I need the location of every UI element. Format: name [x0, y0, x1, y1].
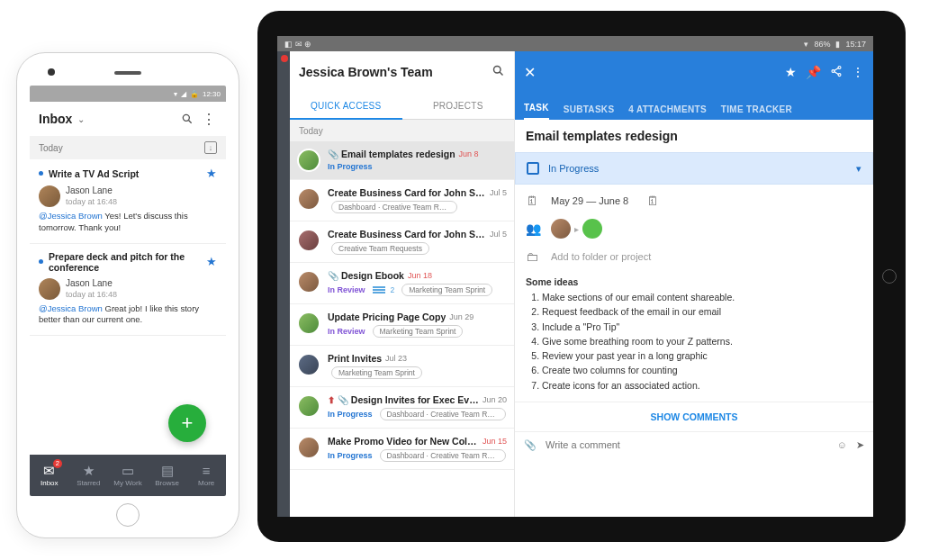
folder-row[interactable]: 🗀 Add to folder or project: [515, 248, 873, 273]
search-icon[interactable]: [492, 64, 505, 80]
pin-icon[interactable]: 📌: [806, 65, 821, 79]
svg-point-2: [494, 67, 501, 74]
task-date: Jun 15: [483, 437, 507, 446]
emoji-icon[interactable]: ☺: [837, 439, 847, 450]
task-row[interactable]: Create Business Card for John SmithJul 5…: [290, 221, 514, 263]
folder-pill[interactable]: Marketing Team Sprint: [331, 366, 422, 379]
task-row[interactable]: Update Pricing Page CopyJun 29In ReviewM…: [290, 304, 514, 346]
more-vert-icon[interactable]: ⋮: [852, 65, 864, 79]
avatar: [297, 394, 320, 418]
idea-item: Review your past year in a long graphic: [542, 348, 862, 363]
task-row[interactable]: Print InvitesJul 23Marketing Team Sprint: [290, 346, 514, 387]
task-row[interactable]: 📎 Email templates redesignJun 8In Progre…: [290, 141, 514, 180]
task-title[interactable]: Email templates redesign: [515, 120, 873, 152]
star-icon[interactable]: ★: [785, 65, 797, 79]
task-status: In Review: [328, 285, 365, 294]
dropdown-icon[interactable]: ⌄: [77, 114, 85, 124]
nav-starred[interactable]: ★ Starred: [69, 455, 109, 496]
phone-home-button[interactable]: [116, 503, 140, 527]
status-time: 12:30: [203, 90, 221, 98]
phone-inbox-list[interactable]: Write a TV Ad Script ★ Jason Lane today …: [30, 159, 226, 455]
avatar[interactable]: [582, 219, 602, 239]
tab-quick-access[interactable]: QUICK ACCESS: [290, 93, 402, 120]
folder-pill[interactable]: Dashboard · Creative Team Requ…: [380, 408, 506, 420]
idea-item: Make sections of our email content share…: [542, 290, 862, 304]
notification-badge: [281, 55, 288, 62]
assignees-row[interactable]: 👥 ▸: [515, 217, 873, 248]
task-status: In Progress: [328, 410, 373, 419]
folder-pill[interactable]: Dashboard · Creative Team Requests: [331, 201, 457, 213]
today-section-header: Today: [290, 120, 514, 141]
signal-icon: ◢: [181, 90, 186, 98]
paperclip-icon: 📎: [338, 395, 348, 405]
tablet-status-bar: ◧ ✉ ⊕ ▾ 86% ▮ 15:17: [277, 36, 873, 51]
svg-line-8: [834, 71, 839, 74]
tablet-home-button[interactable]: [882, 269, 897, 284]
task-description[interactable]: Some ideas Make sections of our email co…: [515, 273, 873, 402]
task-row[interactable]: 📎 Design EbookJun 18In Review2Marketing …: [290, 263, 514, 304]
svg-point-0: [183, 114, 189, 121]
detail-tab-task[interactable]: TASK: [524, 103, 549, 120]
nav-more[interactable]: ≡ More: [186, 455, 226, 496]
task-detail-panel: ✕ ★ 📌 ⋮ TASK SUBTASKS 4 ATTACHMENTS TIME…: [515, 51, 873, 517]
close-icon[interactable]: ✕: [524, 64, 536, 81]
battery-icon: ▮: [835, 40, 840, 49]
calendar-plus-icon[interactable]: 🗓: [646, 194, 663, 208]
show-comments-button[interactable]: SHOW COMMENTS: [515, 402, 873, 432]
fab-add-button[interactable]: +: [168, 404, 206, 442]
ideas-header: Some ideas: [526, 276, 862, 287]
inbox-title[interactable]: Inbox: [39, 112, 72, 126]
mini-sidebar[interactable]: [277, 51, 290, 517]
idea-item: Include a "Pro Tip": [542, 320, 862, 334]
search-icon[interactable]: [179, 111, 195, 127]
task-row[interactable]: Create Business Card for John SmithJul 5…: [290, 180, 514, 221]
nav-browse[interactable]: ▤ Browse: [148, 455, 187, 496]
task-list[interactable]: 📎 Email templates redesignJun 8In Progre…: [290, 141, 514, 517]
task-row[interactable]: Make Promo Video for New CollectionJun 1…: [290, 429, 514, 470]
attach-icon[interactable]: 📎: [524, 439, 537, 451]
task-status: In Progress: [328, 451, 373, 460]
archive-icon[interactable]: ↓: [204, 141, 217, 154]
folder-pill[interactable]: Dashboard · Creative Team Requ…: [380, 449, 506, 462]
share-icon[interactable]: [830, 65, 843, 80]
folder-pill[interactable]: Marketing Team Sprint: [373, 325, 464, 338]
send-icon[interactable]: ➤: [856, 439, 864, 451]
svg-line-3: [500, 72, 502, 75]
checkbox-icon[interactable]: [527, 162, 539, 175]
avatar: [297, 436, 320, 459]
detail-tab-subtasks[interactable]: SUBTASKS: [564, 104, 615, 120]
inbox-badge: 2: [53, 459, 62, 468]
task-title: Create Business Card for John Smith: [328, 187, 486, 198]
comment-input[interactable]: [546, 439, 828, 450]
dates-row[interactable]: 🗓 May 29 — June 8 🗓: [515, 185, 873, 217]
detail-tab-attachments[interactable]: 4 ATTACHMENTS: [628, 104, 707, 120]
avatar[interactable]: [551, 219, 571, 239]
folder-pill[interactable]: Creative Team Requests: [331, 242, 429, 255]
paperclip-icon: 📎: [328, 149, 338, 159]
task-title: Update Pricing Page Copy: [328, 312, 446, 322]
phone-screen: ▾ ◢ 🔒 12:30 Inbox ⌄ ⋮ Today ↓ Write a TV…: [30, 86, 226, 496]
nav-inbox[interactable]: ✉ 2 Inbox: [30, 455, 69, 496]
list-tabs: QUICK ACCESS PROJECTS: [290, 93, 514, 120]
unread-dot-icon: [39, 171, 43, 176]
wifi-icon: ▾: [804, 40, 808, 49]
task-row[interactable]: ⬆ 📎 Design Invites for Exec EventJun 20I…: [290, 387, 514, 429]
star-icon[interactable]: ★: [206, 167, 217, 180]
status-dropdown[interactable]: In Progress ▾: [515, 152, 873, 185]
more-vert-icon[interactable]: ⋮: [201, 111, 217, 127]
assignees: ▸: [551, 219, 602, 239]
tab-projects[interactable]: PROJECTS: [402, 93, 515, 119]
inbox-item[interactable]: Prepare deck and pitch for the conferenc…: [30, 244, 226, 337]
inbox-item[interactable]: Write a TV Ad Script ★ Jason Lane today …: [30, 159, 226, 244]
status-time: 15:17: [845, 40, 866, 49]
task-status: In Review: [328, 327, 365, 336]
detail-tab-timetracker[interactable]: TIME TRACKER: [721, 104, 792, 120]
folder-pill[interactable]: Marketing Team Sprint: [401, 284, 492, 296]
task-title: 📎 Email templates redesign: [328, 149, 455, 159]
mail-sys-icon: ◧ ✉ ⊕: [284, 40, 311, 49]
briefcase-icon: ▭: [122, 464, 134, 477]
nav-mywork[interactable]: ▭ My Work: [108, 455, 148, 496]
today-label: Today: [39, 143, 63, 153]
pin-icon: ⬆: [328, 395, 335, 405]
star-icon[interactable]: ★: [206, 255, 217, 268]
